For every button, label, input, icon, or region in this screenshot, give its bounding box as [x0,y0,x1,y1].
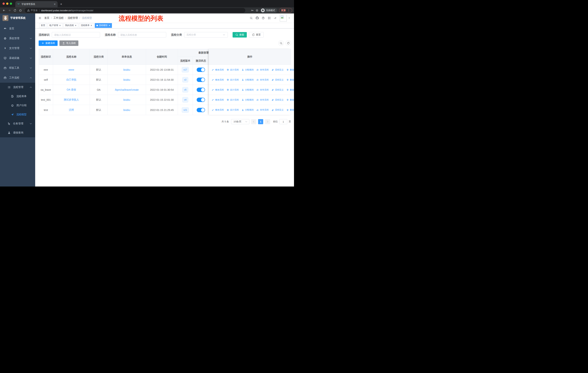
action-delete-link[interactable]: 删除 [286,98,294,101]
tag-close-icon[interactable]: ✕ [108,24,110,27]
reset-button[interactable]: 重置 [249,32,263,38]
refresh-table-button[interactable] [286,40,291,46]
page-number-button[interactable]: 1 [258,119,263,124]
process-name-input[interactable] [118,32,166,38]
process-name-link[interactable]: 自己审批 [66,78,77,81]
active-status-toggle[interactable] [197,78,205,82]
process-key-input[interactable] [52,32,100,38]
sidebar-item-system-management[interactable]: 系统管理 [0,33,35,43]
tag-my-process[interactable]: 我的流程✕ [63,23,78,28]
help-icon[interactable] [262,17,265,20]
action-publish-link[interactable]: 发布流程 [256,98,269,101]
sidebar-item-home[interactable]: 首页 [0,24,35,33]
bookmark-star-icon[interactable] [256,9,258,12]
action-definition-link[interactable]: 流程定义 [271,98,284,101]
action-assign-link[interactable]: 分配规则 [241,108,254,111]
form-info-link[interactable]: biubiu [123,78,130,81]
action-delete-link[interactable]: 删除 [286,78,294,81]
form-info-link[interactable]: biubiu [123,109,130,111]
process-name-link[interactable]: 滔博 [69,108,74,112]
sidebar-item-process-form[interactable]: 流程表单 [0,92,35,101]
active-status-toggle[interactable] [197,68,205,72]
active-status-toggle[interactable] [197,98,205,102]
browser-update-menu-button[interactable]: 更新 [279,8,292,13]
action-edit-link[interactable]: 修改流程 [211,108,224,111]
fullscreen-icon[interactable] [268,17,271,20]
tag-home[interactable]: 首页 [39,23,47,28]
action-definition-link[interactable]: 流程定义 [271,88,284,91]
action-design-link[interactable]: 设计流程 [226,78,239,81]
minimize-window-button[interactable] [6,2,8,5]
import-process-button[interactable]: 导入流程 [59,40,78,46]
action-design-link[interactable]: 设计流程 [226,108,239,111]
form-info-link[interactable]: biubiu [123,68,130,71]
action-edit-link[interactable]: 修改流程 [211,98,224,101]
action-definition-link[interactable]: 流程定义 [271,68,284,71]
tab-close-icon[interactable]: ✕ [53,3,56,6]
create-process-button[interactable]: 新建流程 [39,40,58,46]
search-icon[interactable] [250,17,253,20]
prev-page-button[interactable] [251,119,256,124]
process-name-link[interactable]: eeee [69,68,74,71]
action-edit-link[interactable]: 修改流程 [211,88,224,91]
action-assign-link[interactable]: 分配规则 [241,68,254,71]
action-edit-link[interactable]: 修改流程 [211,78,224,81]
sidebar-item-task-management[interactable]: 任务管理 [0,119,35,128]
action-publish-link[interactable]: 发布流程 [256,108,269,111]
home-icon[interactable] [18,8,23,13]
action-design-link[interactable]: 设计流程 [226,68,239,71]
user-avatar-menu[interactable] [280,15,291,21]
tag-tenant-management[interactable]: 租户管理✕ [48,23,63,28]
maximize-window-button[interactable] [10,2,12,5]
security-warning[interactable]: 不安全 [27,9,38,12]
sidebar-item-user-group[interactable]: 用户分组 [0,101,35,110]
form-info-link[interactable]: biubiu [123,98,130,101]
tag-close-icon[interactable]: ✕ [75,24,77,27]
font-size-icon[interactable]: TT [274,17,277,20]
action-definition-link[interactable]: 流程定义 [271,78,284,81]
github-icon[interactable] [256,17,259,20]
sidebar-item-process-management[interactable]: 流程管理 [0,83,35,92]
reload-icon[interactable] [13,8,17,13]
sidebar-item-dev-tools[interactable]: 研发工具 [0,63,35,73]
forward-icon[interactable] [7,8,12,13]
back-icon[interactable] [2,8,6,13]
process-category-select[interactable]: 流程分类 [184,32,228,38]
action-assign-link[interactable]: 分配规则 [241,98,254,101]
address-bar[interactable]: 不安全 dashboard.yudao.iocoder.cn /bpm/mana… [25,8,245,13]
action-delete-link[interactable]: 删除 [286,88,294,91]
goto-page-input[interactable] [279,119,287,124]
sidebar-item-workflow[interactable]: 工作流程 [0,73,35,83]
form-info-link[interactable]: /bpm/oa/leave/create [115,88,139,91]
action-delete-link[interactable]: 删除 [286,68,294,71]
close-window-button[interactable] [2,2,5,5]
breadcrumb-item[interactable]: 首页 [44,16,49,20]
search-button[interactable]: 搜索 [232,32,247,38]
action-design-link[interactable]: 设计流程 [226,98,239,101]
action-publish-link[interactable]: 发布流程 [256,68,269,71]
new-tab-button[interactable]: + [60,2,62,6]
active-status-toggle[interactable] [197,108,205,112]
tag-close-icon[interactable]: ✕ [59,24,61,27]
breadcrumb-item[interactable]: 流程管理 [68,16,78,20]
action-design-link[interactable]: 设计流程 [226,88,239,91]
password-key-icon[interactable] [251,9,254,12]
page-size-select[interactable]: 10条/页 [231,119,249,124]
process-name-link[interactable]: OA 请假 [67,88,76,91]
sidebar-item-payment-management[interactable]: ¥支付管理 [0,43,35,53]
action-assign-link[interactable]: 分配规则 [241,78,254,81]
tag-process-model[interactable]: 流程模型✕ [95,23,112,28]
next-page-button[interactable] [265,119,270,124]
sidebar-item-process-model[interactable]: 流程模型 [0,110,35,119]
process-name-link[interactable]: 测试多审批人 [64,98,79,101]
sidebar-item-infrastructure[interactable]: 基础设施 [0,53,35,63]
action-publish-link[interactable]: 发布流程 [256,88,269,91]
breadcrumb-item[interactable]: 工作流程 [53,16,64,20]
sidebar-collapse-icon[interactable] [38,17,41,20]
action-publish-link[interactable]: 发布流程 [256,78,269,81]
sidebar-item-leave-query[interactable]: 请假查询 [0,128,35,137]
active-status-toggle[interactable] [197,88,205,92]
action-edit-link[interactable]: 修改流程 [211,68,224,71]
action-assign-link[interactable]: 分配规则 [241,88,254,91]
tag-close-icon[interactable]: ✕ [90,24,92,27]
